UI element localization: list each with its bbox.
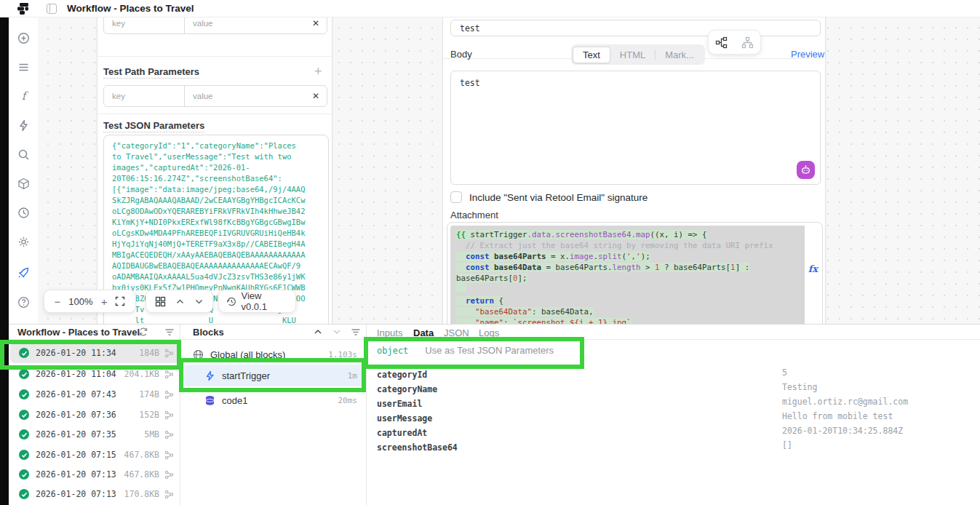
run-row[interactable]: 2026-01-20 07:15467.8KB — [10, 445, 180, 465]
json-line: lt U KLU — [112, 315, 320, 324]
workflow-canvas[interactable]: key value ✕ Test Path Parameters + key v… — [38, 17, 980, 324]
bottom-panel: Workflow - Places to Travel 2026-01-20 1… — [9, 324, 980, 505]
code-line: "base64Data": base64Data, — [456, 306, 799, 317]
block-row-code1[interactable]: code120ms — [183, 389, 364, 411]
horizontal-layout-icon[interactable] — [715, 36, 728, 49]
preview-link[interactable]: Preview — [791, 49, 824, 60]
run-row[interactable]: 2026-01-20 11:34184B — [10, 343, 180, 363]
code-line: {{ startTrigger.data.screenshotBase64.ma… — [456, 229, 799, 240]
run-row[interactable]: 2026-01-20 07:13170.8KB — [10, 484, 180, 504]
run-success-icon — [19, 410, 29, 420]
run-row[interactable]: 2026-01-20 07:355MB — [10, 424, 180, 445]
param-key-input[interactable]: key — [104, 92, 184, 100]
object-row: object Use as Test JSON Parameters — [377, 345, 554, 356]
run-timestamp: 2026-01-20 07:36 — [36, 410, 116, 420]
deploy-icon[interactable] — [17, 266, 30, 279]
run-success-icon — [19, 369, 29, 379]
filter-blocks-icon[interactable] — [351, 327, 361, 337]
tab-json[interactable]: JSON — [444, 327, 469, 338]
run-row[interactable]: 2026-01-20 07:43174B — [10, 384, 180, 405]
field-key: capturedAt — [377, 428, 427, 438]
vertical-layout-icon[interactable] — [741, 36, 754, 49]
run-timestamp: 2026-01-20 07:43 — [36, 389, 116, 399]
zoom-out-button[interactable]: − — [55, 295, 61, 308]
expand-blocks-icon[interactable] — [332, 327, 342, 337]
tab-inputs[interactable]: Inputs — [377, 327, 402, 338]
filter-runs-icon[interactable] — [164, 327, 175, 337]
package-icon[interactable] — [17, 178, 30, 190]
fit-view-icon[interactable] — [115, 296, 125, 306]
top-bar: Workflow - Places to Travel — [0, 0, 980, 17]
add-block-icon[interactable] — [17, 32, 30, 44]
block-row-starttrigger[interactable]: startTrigger1m — [183, 365, 364, 386]
body-format-tab-text[interactable]: Text — [573, 47, 610, 63]
run-row[interactable]: 2026-01-20 07:13467.8KB — [10, 464, 180, 485]
field-key: categoryName — [377, 384, 437, 394]
json-line: oLCg8ODAwODxYQERAREBYiFRkVFRkVIh4kHhweJB… — [112, 206, 320, 217]
run-success-icon — [19, 348, 29, 358]
attachment-code-block: {{ startTrigger.data.screenshotBase64.ma… — [450, 226, 805, 324]
json-line: 20T06:15:16.274Z","screenshotBase64": — [112, 173, 320, 184]
tab-data[interactable]: Data — [413, 327, 434, 338]
settings-icon[interactable] — [17, 236, 30, 248]
functions-icon[interactable]: f — [17, 90, 30, 103]
body-format-segmented-control: TextHTMLMark... — [571, 44, 705, 65]
run-success-icon — [19, 389, 29, 399]
version-toolbar[interactable]: View v0.0.1 — [218, 290, 296, 313]
body-textarea[interactable]: test — [450, 71, 821, 185]
history-icon[interactable] — [17, 207, 30, 219]
toggle-panel-icon[interactable] — [47, 4, 57, 14]
email-block-card: test Body TextHTMLMark... Preview test I… — [442, 17, 826, 324]
attachment-code-editor[interactable]: {{ startTrigger.data.screenshotBase64.ma… — [447, 222, 823, 324]
signature-checkbox[interactable] — [450, 191, 462, 203]
json-line: AQIDBAUGBwEBAQEBAQEAAAAAAAAAAAAAAECAwQF/… — [112, 261, 320, 271]
collapsed-left-strip — [0, 17, 9, 505]
run-timestamp: 2026-01-20 11:04 — [36, 369, 116, 379]
block-row-global-all-blocks[interactable]: Global (all blocks)1.103s — [183, 343, 364, 365]
remove-param-icon[interactable]: ✕ — [305, 91, 327, 101]
retool-workflow-app: Workflow - Places to Travel f — [0, 0, 980, 505]
database-icon — [204, 395, 215, 406]
code-line: const base64Parts = x.image.split(','); — [456, 251, 799, 262]
collapse-blocks-icon[interactable] — [313, 327, 323, 337]
use-as-test-json-parameters-link[interactable]: Use as Test JSON Parameters — [425, 345, 554, 356]
field-key: screenshotBase64 — [377, 442, 458, 453]
block-name: code1 — [222, 395, 247, 406]
zoom-in-button[interactable]: + — [101, 295, 108, 308]
webhook-trigger-icon — [164, 349, 174, 358]
json-line: images","capturedAt":"2026-01- — [112, 162, 320, 173]
subject-input[interactable]: test — [450, 20, 821, 36]
path-params-label: Test Path Parameters — [103, 66, 199, 77]
field-value: miguel.ortiz.rc@gmail.com — [782, 397, 908, 407]
remove-param-icon[interactable]: ✕ — [305, 18, 327, 28]
run-row[interactable]: 2026-01-20 11:04204.1KB — [10, 364, 180, 384]
run-size: 174B — [139, 389, 159, 399]
run-success-icon — [19, 489, 29, 499]
param-key-input[interactable]: key — [104, 19, 184, 28]
webhook-trigger-icon — [164, 430, 174, 440]
globe-icon — [193, 349, 204, 360]
run-row[interactable]: 2026-01-20 07:36152B — [10, 405, 180, 425]
search-icon[interactable] — [17, 148, 30, 161]
field-value: 2026-01-20T10:34:25.884Z — [782, 426, 903, 436]
ai-assist-button[interactable] — [797, 161, 815, 179]
tab-logs[interactable]: Logs — [479, 327, 499, 338]
field-value: Testing — [782, 382, 817, 392]
triggers-icon[interactable] — [17, 119, 30, 132]
block-duration: 20ms — [338, 396, 358, 405]
refresh-icon[interactable] — [138, 327, 148, 337]
chevron-down-icon[interactable] — [194, 297, 204, 306]
run-size: 184B — [139, 348, 159, 358]
param-value-input[interactable]: value — [185, 19, 305, 28]
minimap-icon[interactable] — [155, 296, 166, 307]
code-line: return { — [456, 295, 799, 306]
help-icon[interactable] — [17, 296, 30, 309]
body-format-tab-html[interactable]: HTML — [610, 47, 655, 63]
menu-icon[interactable] — [17, 61, 30, 73]
add-path-param-button[interactable]: + — [314, 66, 322, 76]
block-name: startTrigger — [222, 370, 270, 381]
retool-logo-icon — [17, 2, 30, 15]
param-value-input[interactable]: value — [185, 92, 305, 100]
chevron-up-icon[interactable] — [175, 297, 185, 306]
body-format-tab-mark[interactable]: Mark... — [656, 47, 704, 63]
